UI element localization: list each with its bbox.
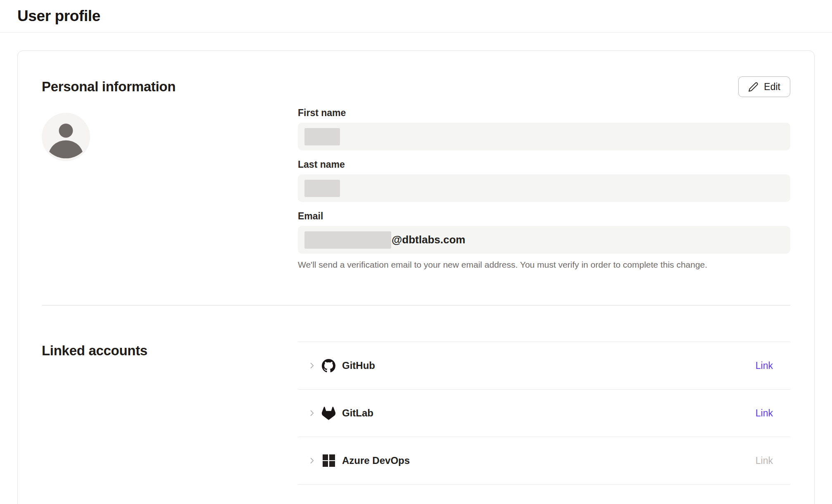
linked-accounts-heading: Linked accounts: [42, 342, 298, 360]
section-divider: [42, 305, 790, 306]
linked-accounts-heading-column: Linked accounts: [42, 342, 298, 485]
email-help-text: We'll send a verification email to your …: [298, 259, 790, 270]
linked-account-name: GitLab: [342, 407, 373, 419]
redacted-first-name: [304, 128, 340, 145]
linked-account-name: Azure DevOps: [342, 455, 410, 466]
github-link-action[interactable]: Link: [756, 360, 773, 371]
chevron-right-icon[interactable]: [308, 409, 316, 417]
redacted-last-name: [304, 180, 340, 197]
first-name-label: First name: [298, 107, 790, 119]
redacted-email-local-part: [304, 231, 391, 249]
email-domain-text: @dbtlabs.com: [392, 233, 465, 246]
linked-account-row-github[interactable]: GitHub Link: [298, 342, 790, 390]
person-icon: [42, 113, 90, 161]
gitlab-link-action[interactable]: Link: [756, 408, 773, 419]
chevron-right-icon[interactable]: [308, 456, 316, 465]
azure-devops-icon: [322, 454, 335, 468]
avatar: [42, 113, 90, 161]
linked-account-row-azure-devops[interactable]: Azure DevOps Link: [298, 437, 790, 485]
email-label: Email: [298, 210, 790, 222]
first-name-field[interactable]: [298, 123, 790, 150]
linked-account-name: GitHub: [342, 360, 375, 371]
linked-accounts-list: GitHub Link GitLab Link Azure: [298, 342, 790, 485]
linked-accounts-section: Linked accounts GitHub Link GitLab: [42, 342, 790, 485]
pencil-icon: [748, 82, 758, 92]
chevron-right-icon[interactable]: [308, 361, 316, 370]
avatar-column: [42, 107, 298, 270]
personal-info-body: First name Last name Email @dbtlabs.: [42, 107, 790, 270]
edit-button-label: Edit: [764, 81, 780, 93]
github-icon: [322, 359, 335, 373]
edit-button[interactable]: Edit: [738, 76, 790, 97]
personal-info-header: Personal information Edit: [42, 76, 790, 97]
user-profile-card: Personal information Edit: [17, 50, 815, 504]
personal-info-heading: Personal information: [42, 79, 176, 95]
main-content: Personal information Edit: [0, 33, 832, 504]
first-name-group: First name: [298, 107, 790, 150]
gitlab-icon: [322, 407, 335, 420]
last-name-label: Last name: [298, 159, 790, 170]
azure-devops-link-action: Link: [756, 455, 773, 466]
page-title: User profile: [17, 7, 100, 25]
personal-info-form: First name Last name Email @dbtlabs.: [298, 107, 790, 270]
last-name-group: Last name: [298, 159, 790, 202]
page-header: User profile: [0, 0, 832, 33]
last-name-field[interactable]: [298, 174, 790, 202]
linked-account-row-gitlab[interactable]: GitLab Link: [298, 390, 790, 437]
email-field[interactable]: @dbtlabs.com: [298, 226, 790, 254]
email-group: Email @dbtlabs.com We'll send a verifica…: [298, 210, 790, 270]
